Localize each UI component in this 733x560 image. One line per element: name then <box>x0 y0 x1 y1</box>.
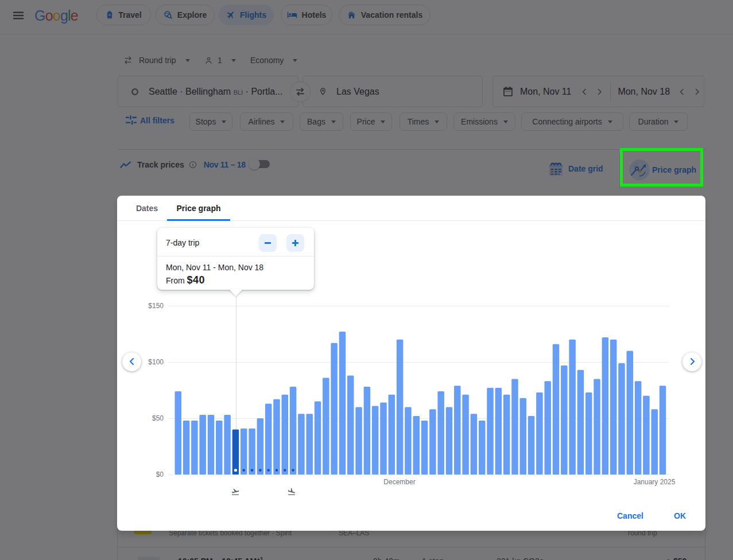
svg-text:January 2025: January 2025 <box>634 478 676 486</box>
svg-text:December: December <box>383 478 415 486</box>
svg-text:$150: $150 <box>148 302 164 310</box>
svg-text:$50: $50 <box>152 414 164 422</box>
svg-text:$100: $100 <box>148 358 164 366</box>
svg-text:$0: $0 <box>156 470 164 479</box>
